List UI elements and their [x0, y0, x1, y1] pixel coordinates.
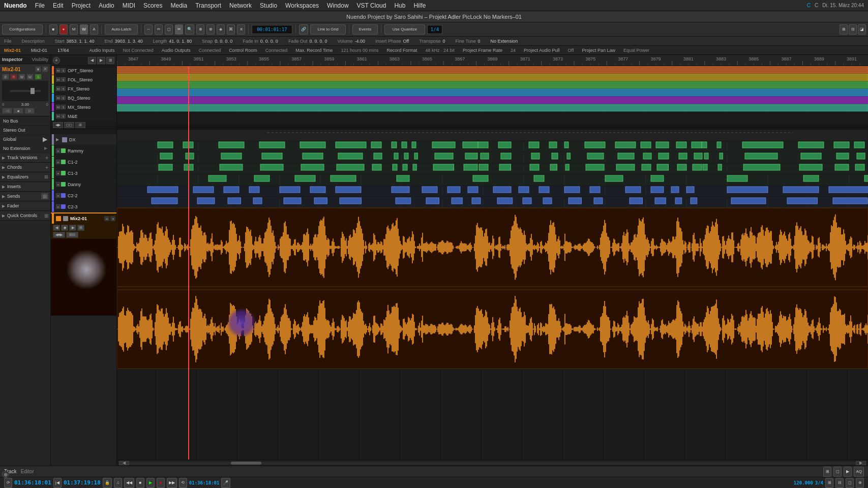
tracks-content[interactable]: [117, 66, 868, 460]
section-equalizers[interactable]: ▶ Equalizers ⊞: [0, 172, 50, 182]
transport-forward[interactable]: ▶▶: [167, 478, 177, 488]
c13-btn-e[interactable]: e: [56, 171, 61, 175]
hscrollbar[interactable]: ◀ ▶: [117, 460, 868, 466]
mix01-btn-1[interactable]: ◁: [2, 108, 12, 114]
track-ctrl-2[interactable]: ▶: [97, 57, 105, 64]
transport-to-start[interactable]: |◀: [53, 478, 62, 488]
mae-extra-2[interactable]: ◻◻: [64, 122, 74, 128]
track-mae[interactable]: M S M&E: [51, 112, 116, 121]
mix01-close[interactable]: ✕: [42, 66, 48, 72]
opt-btn-s[interactable]: S: [61, 68, 66, 73]
mx-btn-m[interactable]: M: [56, 105, 61, 109]
menu-audio[interactable]: Audio: [99, 2, 114, 9]
transport-midi[interactable]: ♫: [114, 478, 122, 488]
transport-punch-in[interactable]: 🎤: [221, 478, 230, 488]
tool-10[interactable]: ⤨: [237, 24, 245, 35]
fol-btn-s[interactable]: S: [61, 77, 66, 82]
bq-btn-m[interactable]: M: [56, 96, 61, 100]
fx-btn-s[interactable]: S: [61, 86, 66, 91]
mix01-ctrl-r[interactable]: R: [10, 74, 17, 80]
record-mode-1[interactable]: ■: [49, 24, 57, 35]
mix201-edit[interactable]: ✏: [104, 216, 109, 221]
menu-midi[interactable]: MIDI: [123, 2, 135, 9]
transport-lock[interactable]: 🔒: [103, 478, 112, 488]
stereo-out-row[interactable]: Stereo Out: [0, 126, 50, 135]
mae-btn-m[interactable]: M: [56, 114, 61, 118]
auto-latch-dropdown[interactable]: Auto-Latch: [105, 24, 138, 35]
mix201-btn-a[interactable]: ◀■▶: [53, 232, 65, 238]
rammy-btn-e[interactable]: e: [56, 148, 61, 153]
menu-scores[interactable]: Scores: [143, 2, 162, 9]
track-c2-3[interactable]: e C2-3: [51, 201, 116, 212]
record-mode-2[interactable]: ●: [59, 24, 68, 35]
section-inserts[interactable]: ▶ Inserts: [0, 182, 50, 192]
link-to-grid-btn[interactable]: Link to Grid: [310, 24, 346, 35]
bq-btn-s[interactable]: S: [61, 96, 66, 100]
right-tool-3[interactable]: ◪: [858, 24, 866, 35]
track-ctrl-3[interactable]: ⊞: [106, 57, 114, 64]
dx-fold[interactable]: ▶: [55, 137, 60, 142]
menu-workspaces[interactable]: Workspaces: [285, 2, 319, 9]
editor-label[interactable]: Editor: [21, 469, 34, 474]
menu-network[interactable]: Network: [229, 2, 252, 9]
bottom-ctrl-2[interactable]: ◻: [833, 467, 842, 477]
add-track-btn[interactable]: +: [53, 57, 60, 64]
track-c1-2[interactable]: e C1-2: [51, 157, 116, 168]
scroll-track[interactable]: [129, 462, 856, 465]
track-rammy[interactable]: e Rammy: [51, 145, 116, 157]
tool-7[interactable]: ⊗: [206, 24, 215, 35]
c23-btn-e[interactable]: e: [56, 204, 61, 209]
mix201-close[interactable]: ✕: [110, 216, 115, 221]
no-ext-arrow[interactable]: ▶: [44, 146, 47, 150]
mix201-ctrl-4[interactable]: ⊞: [77, 225, 84, 231]
mae-extra-1[interactable]: ◀▶: [53, 122, 63, 128]
track-fx-stereo[interactable]: M S FX_Stereo: [51, 84, 116, 94]
c22-btn-e[interactable]: e: [56, 193, 61, 198]
chords-plus[interactable]: +: [45, 165, 48, 170]
menu-studio[interactable]: Studio: [260, 2, 277, 9]
record-mode-3[interactable]: M: [70, 24, 78, 35]
bottom-ctrl-4[interactable]: AQ: [854, 467, 864, 477]
mix201-btn-b[interactable]: ⊞⊟: [66, 232, 78, 238]
visibility-label[interactable]: Visibility: [32, 57, 48, 62]
fol-btn-m[interactable]: M: [56, 77, 61, 82]
no-extension-row[interactable]: No Extension ▶: [0, 144, 50, 153]
global-row[interactable]: Global ▶: [0, 135, 50, 144]
menu-media[interactable]: Media: [170, 2, 187, 9]
track-mix201-header[interactable]: Mix2-01 ✏ ✕ ◀ ◆ ▶ ⊞ ◀■▶ ⊞⊟: [51, 212, 116, 316]
mae-extra-3[interactable]: ⊞: [75, 122, 85, 128]
no-bus-row[interactable]: No Bus: [0, 116, 50, 126]
tool-8[interactable]: ◈: [217, 24, 225, 35]
track-danny[interactable]: e Danny: [51, 179, 116, 190]
section-fader[interactable]: ▶ Fader: [0, 201, 50, 211]
transport-rewind[interactable]: ◀◀: [124, 478, 134, 488]
record-mode-5[interactable]: A: [90, 24, 98, 35]
menu-window[interactable]: Window: [327, 2, 349, 9]
mix201-ctrl-1[interactable]: ◀: [53, 225, 60, 231]
record-mode-4[interactable]: W: [80, 24, 88, 35]
tool-9[interactable]: ⌘: [227, 24, 235, 35]
use-quantize-btn[interactable]: Use Quantize: [384, 24, 425, 35]
mae-btn-s[interactable]: S: [61, 114, 66, 118]
menu-project[interactable]: Project: [72, 2, 91, 9]
timeline-ruler[interactable]: [117, 55, 868, 66]
menu-file[interactable]: File: [35, 2, 45, 9]
mix01-btn-2[interactable]: ■: [13, 108, 23, 114]
transport-right-2[interactable]: ⊟: [835, 478, 844, 488]
right-tool-1[interactable]: ⊞: [840, 24, 848, 35]
track-mx-stereo[interactable]: M S MX_Stereo: [51, 103, 116, 112]
snap-btn[interactable]: 🔗: [299, 24, 308, 35]
danny-btn-e[interactable]: e: [56, 182, 61, 187]
tool-1[interactable]: ↔: [144, 24, 153, 35]
scroll-left[interactable]: ◀: [119, 461, 129, 465]
track-fol-stereo[interactable]: M S FOL_Stereo: [51, 75, 116, 84]
section-sends[interactable]: ▶ Sends ⊞: [0, 192, 50, 201]
track-dx[interactable]: ▶ DX: [51, 134, 116, 145]
opt-btn-m[interactable]: M: [56, 68, 61, 73]
menu-vst-cloud[interactable]: VST Cloud: [357, 2, 386, 9]
transport-right-3[interactable]: ◻: [846, 478, 854, 488]
track-bq-stereo[interactable]: M S BQ_Stereo: [51, 94, 116, 103]
transport-loop-start[interactable]: ⟳: [4, 478, 12, 488]
bottom-ctrl-3[interactable]: ▶: [844, 467, 852, 477]
mix201-ctrl-3[interactable]: ▶: [69, 225, 76, 231]
